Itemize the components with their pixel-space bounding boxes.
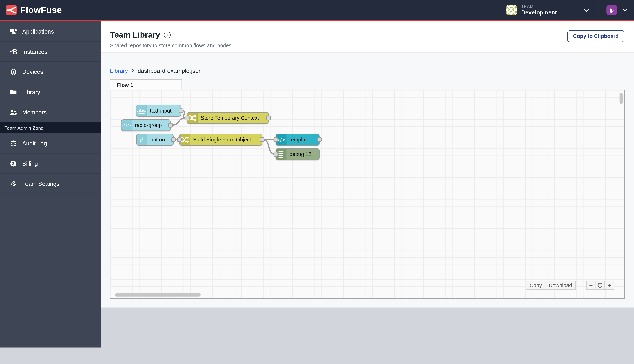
chevron-right-icon [131, 69, 134, 72]
node-output-port[interactable] [266, 116, 270, 120]
canvas-actions: Copy Download − + [526, 281, 614, 290]
pointer-node-icon: ☝ [140, 136, 144, 143]
node-input-port[interactable] [274, 138, 278, 142]
vertical-scrollbar-thumb[interactable] [619, 93, 623, 104]
flow-node-radio-group[interactable]: radio-group</> [121, 120, 170, 131]
users-icon [10, 108, 17, 116]
node-output-port[interactable] [168, 123, 172, 127]
flow-node-debug-12[interactable]: debug 12 [276, 149, 319, 160]
node-output-port[interactable] [317, 138, 322, 142]
sidebar-item-audit-log[interactable]: Audit Log [0, 133, 101, 154]
logo-text: FlowFuse [20, 5, 62, 15]
app: FlowFuse TEAM: Development jp [0, 0, 634, 364]
info-icon[interactable]: i [164, 32, 171, 38]
flowfuse-logo-icon [6, 5, 17, 15]
team-label: TEAM: [521, 4, 585, 9]
flow-node-label: template [289, 137, 310, 142]
flow-node-label: button [150, 137, 165, 142]
copy-to-clipboard-button[interactable]: Copy to Clipboard [567, 30, 624, 42]
flow-node-label: Store Temporary Context [201, 115, 259, 121]
tab-flow-1[interactable]: Flow 1 [110, 79, 182, 90]
flow-node-label: Build Single Form Object [193, 137, 251, 142]
flow-copy-button[interactable]: Copy [526, 281, 546, 290]
page-subtitle: Shared repository to store common flows … [110, 42, 233, 48]
folder-icon [10, 88, 17, 96]
home-logo-link[interactable]: FlowFuse [0, 0, 62, 20]
svg-text:☝: ☝ [140, 136, 144, 143]
top-navbar: FlowFuse TEAM: Development jp [0, 0, 634, 21]
flow-wire[interactable] [170, 118, 187, 125]
dollar-icon: $ [10, 160, 17, 167]
sidebar-item-label: Devices [22, 68, 43, 75]
gear-icon: ⚙ [10, 180, 17, 187]
sidebar-item-billing[interactable]: $ Billing [0, 154, 101, 174]
sidebar-item-library[interactable]: Library [0, 82, 101, 102]
chevron-down-icon [622, 6, 627, 12]
sidebar-item-label: Instances [22, 48, 47, 54]
node-output-port[interactable] [179, 109, 183, 113]
sidebar-item-team-settings[interactable]: ⚙ Team Settings [0, 174, 101, 194]
zoom-in-button[interactable]: + [605, 281, 614, 290]
sidebar-item-members[interactable]: Members [0, 102, 101, 122]
zoom-reset-icon [598, 283, 602, 288]
library-content: Library dashboard-example.json Flow 1 te… [101, 52, 634, 308]
svg-text:</>: </> [122, 123, 131, 128]
team-name: Development [521, 9, 585, 16]
zoom-reset-button[interactable] [596, 281, 605, 290]
user-menu[interactable]: jp [598, 0, 634, 20]
team-avatar [506, 5, 517, 15]
zoom-out-button[interactable]: − [586, 281, 596, 290]
database-icon [10, 140, 17, 147]
chevron-down-icon [584, 6, 589, 12]
sidebar: Applications Instances [0, 21, 101, 348]
applications-icon [10, 28, 17, 35]
flow-svg: text-inputabcradio-group</>Store Tempora… [110, 90, 624, 298]
instances-icon [10, 48, 17, 55]
flow-download-button[interactable]: Download [546, 281, 576, 290]
horizontal-scrollbar-thumb[interactable] [115, 293, 200, 296]
user-avatar: jp [606, 5, 617, 15]
page-header: Team Library i Shared repository to stor… [101, 21, 634, 52]
sidebar-item-devices[interactable]: Devices [0, 62, 101, 82]
breadcrumb: Library dashboard-example.json [110, 68, 625, 74]
node-output-port[interactable] [260, 138, 264, 142]
team-admin-zone-header: Team Admin Zone [0, 122, 101, 134]
breadcrumb-current-file: dashboard-example.json [138, 68, 202, 74]
flow-node-label: debug 12 [289, 151, 311, 157]
sidebar-item-label: Members [22, 109, 47, 115]
breadcrumb-library-link[interactable]: Library [110, 68, 128, 74]
svg-text:⚙: ⚙ [10, 180, 16, 187]
flow-node-build-form[interactable]: Build Single Form Object [179, 134, 262, 145]
node-output-port[interactable] [171, 138, 175, 142]
sidebar-item-applications[interactable]: Applications [0, 22, 101, 42]
sidebar-item-instances[interactable]: Instances [0, 42, 101, 62]
sidebar-item-label: Team Settings [22, 180, 60, 187]
svg-text:abc: abc [137, 108, 146, 113]
flow-node-label: radio-group [135, 122, 162, 128]
sidebar-item-label: Audit Log [22, 140, 47, 146]
flow-wire[interactable] [262, 140, 276, 154]
page-title: Team Library [110, 30, 160, 40]
node-input-port[interactable] [185, 116, 189, 120]
chip-icon [10, 68, 17, 75]
sidebar-item-label: Applications [22, 28, 54, 34]
team-admin-zone-label: Team Admin Zone [5, 125, 44, 131]
flow-node-template[interactable]: template</> [276, 134, 319, 145]
abc-node-icon: abc [137, 108, 146, 114]
sidebar-item-label: Billing [22, 160, 38, 166]
flow-node-store-context[interactable]: Store Temporary Context [187, 112, 268, 124]
flow-canvas[interactable]: text-inputabcradio-group</>Store Tempora… [110, 90, 625, 299]
flow-node-text-input[interactable]: text-inputabc [136, 105, 181, 116]
node-input-port[interactable] [274, 152, 278, 156]
node-input-port[interactable] [177, 138, 181, 142]
code-node-icon: </> [122, 123, 131, 128]
sidebar-item-label: Library [22, 89, 40, 95]
flow-node-label: text-input [150, 108, 172, 114]
flow-node-button[interactable]: button☝ [137, 134, 173, 145]
team-selector[interactable]: TEAM: Development [496, 0, 598, 20]
svg-text:$: $ [12, 161, 15, 166]
main-panel: Team Library i Shared repository to stor… [101, 21, 634, 308]
